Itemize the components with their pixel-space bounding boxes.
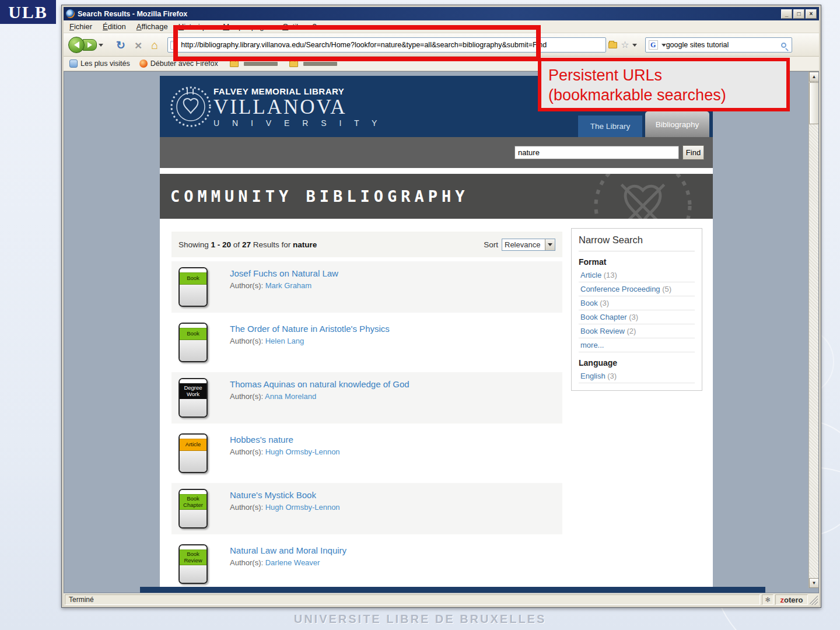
facet-link[interactable]: Conference Proceeding bbox=[580, 285, 660, 293]
obscured-label bbox=[303, 62, 337, 66]
home-button[interactable]: ⌂ bbox=[151, 39, 158, 51]
status-bar: Terminé ✻ zotero bbox=[64, 593, 819, 606]
author-link[interactable]: Mark Graham bbox=[265, 281, 312, 290]
menu-help[interactable]: ? bbox=[312, 22, 316, 31]
facet-book-review: Book Review (2) bbox=[579, 324, 695, 338]
author-link[interactable]: Anna Moreland bbox=[265, 392, 316, 401]
result-title-link[interactable]: Natural Law and Moral Inquiry bbox=[230, 545, 346, 555]
web-search-input[interactable] bbox=[666, 41, 779, 49]
menu-affichage[interactable]: Affichage bbox=[136, 22, 168, 31]
format-badge-book-chapter: Book Chapter bbox=[178, 489, 208, 528]
format-badge-book: Book bbox=[178, 323, 208, 362]
menu-historique[interactable]: Historique bbox=[178, 22, 213, 31]
facet-count: (2) bbox=[627, 327, 636, 335]
annotation-callout: Persistent URLs (bookmarkable searches) bbox=[538, 58, 790, 111]
folder-icon bbox=[230, 61, 239, 67]
facet-english: English (3) bbox=[579, 369, 695, 383]
facet-link[interactable]: Book bbox=[580, 299, 598, 307]
author-label: Author(s): bbox=[230, 392, 263, 401]
menu-bar: Fichier Édition Affichage Historique Mar… bbox=[64, 20, 819, 33]
forward-button[interactable] bbox=[83, 39, 97, 51]
bookmark-folder-icon[interactable] bbox=[608, 42, 617, 48]
bookmark-most-visited[interactable]: Les plus visités bbox=[69, 60, 130, 68]
zotero-snowflake-icon[interactable]: ✻ bbox=[762, 594, 774, 605]
author-label: Author(s): bbox=[230, 447, 263, 456]
annotation-line2: (bookmarkable searches) bbox=[548, 85, 779, 105]
facet-link[interactable]: Book Chapter bbox=[580, 313, 627, 321]
history-dropdown-caret[interactable] bbox=[99, 44, 103, 47]
vertical-scrollbar[interactable]: ▲ ▼ bbox=[808, 72, 818, 588]
author-label: Author(s): bbox=[230, 337, 263, 345]
forward-arrow-icon bbox=[88, 42, 92, 48]
bookmark-label: Les plus visités bbox=[80, 60, 130, 68]
zotero-button[interactable]: zotero bbox=[775, 594, 808, 605]
result-title-link[interactable]: Josef Fuchs on Natural Law bbox=[230, 268, 338, 278]
results-summary: Showing 1 - 20 of 27 Results for nature bbox=[178, 240, 484, 249]
villanova-seal-icon bbox=[168, 83, 214, 131]
university-subtitle: U N I V E R S I T Y bbox=[214, 118, 382, 128]
facet-link[interactable]: Book Review bbox=[580, 327, 625, 335]
scroll-up-button[interactable]: ▲ bbox=[809, 72, 819, 82]
result-title-link[interactable]: Hobbes's nature bbox=[230, 435, 340, 444]
format-section-heading: Format bbox=[579, 257, 695, 268]
sort-select[interactable]: Relevance bbox=[502, 239, 555, 251]
scrollbar-thumb[interactable] bbox=[809, 82, 819, 124]
minimize-button[interactable]: _ bbox=[781, 9, 792, 19]
google-engine-icon[interactable]: G bbox=[649, 40, 658, 50]
search-magnifier-icon[interactable] bbox=[781, 43, 786, 48]
scroll-down-button[interactable]: ▼ bbox=[809, 578, 819, 588]
facet-link[interactable]: Article bbox=[580, 271, 601, 279]
tab-the-library[interactable]: The Library bbox=[578, 116, 642, 137]
bookmark-label: Débuter avec Firefox bbox=[150, 60, 218, 68]
maximize-button[interactable]: □ bbox=[793, 9, 804, 19]
more-link[interactable]: more... bbox=[580, 341, 604, 349]
format-badge-book-review: Book Review bbox=[178, 544, 208, 584]
page-footer-band bbox=[140, 587, 765, 593]
author-link[interactable]: Darlene Weaver bbox=[265, 558, 320, 567]
firefox-bookmark-icon bbox=[139, 60, 148, 68]
menu-outils[interactable]: Outils bbox=[282, 22, 302, 31]
menu-marque-pages[interactable]: Marque-pages bbox=[223, 22, 272, 31]
stop-button[interactable]: × bbox=[135, 39, 142, 51]
author-link[interactable]: Hugh Ormsby-Lennon bbox=[265, 447, 340, 456]
bookmark-obscured-2[interactable] bbox=[287, 61, 337, 67]
tab-bibliography[interactable]: Bibliography bbox=[645, 111, 709, 137]
author-link[interactable]: Hugh Ormsby-Lennon bbox=[265, 503, 340, 512]
library-name: FALVEY MEMORIAL LIBRARY bbox=[214, 86, 382, 96]
slide-footer-text: UNIVERSITE LIBRE DE BRUXELLES bbox=[0, 612, 840, 626]
dropdown-arrow-icon bbox=[548, 243, 552, 246]
reload-button[interactable]: ↻ bbox=[116, 40, 125, 51]
author-link[interactable]: Helen Lang bbox=[265, 337, 304, 345]
author-label: Author(s): bbox=[230, 558, 263, 567]
web-search-box[interactable]: G bbox=[645, 37, 792, 52]
menu-edition[interactable]: Édition bbox=[103, 22, 126, 31]
result-row: Book Chapter Nature's Mystick Book Autho… bbox=[172, 483, 562, 534]
back-button[interactable] bbox=[68, 37, 85, 53]
menu-fichier[interactable]: Fichier bbox=[69, 22, 92, 31]
result-title-link[interactable]: The Order of Nature in Aristotle's Physi… bbox=[230, 324, 390, 334]
url-input[interactable] bbox=[181, 41, 603, 49]
result-title-link[interactable]: Thomas Aquinas on natural knowledge of G… bbox=[230, 379, 410, 389]
facet-link[interactable]: English bbox=[580, 372, 606, 380]
facet-book: Book (3) bbox=[579, 296, 695, 310]
sort-dropdown-button[interactable] bbox=[545, 239, 555, 250]
result-title-link[interactable]: Nature's Mystick Book bbox=[230, 490, 340, 500]
facet-article: Article (13) bbox=[579, 268, 695, 282]
engine-dropdown-caret[interactable] bbox=[662, 44, 666, 47]
author-label: Author(s): bbox=[230, 503, 263, 512]
most-visited-icon bbox=[69, 60, 78, 68]
find-button[interactable]: Find bbox=[682, 145, 704, 160]
bookmark-obscured-1[interactable] bbox=[228, 61, 278, 67]
title-bar[interactable]: Search Results - Mozilla Firefox _ □ × bbox=[64, 7, 819, 20]
resize-grip[interactable] bbox=[810, 594, 818, 605]
result-row: Degree Work Thomas Aquinas on natural kn… bbox=[172, 372, 562, 424]
navigation-toolbar: ↻ × ⌂ ☆ G bbox=[64, 33, 819, 57]
bookmark-star-icon[interactable]: ☆ bbox=[621, 40, 629, 50]
url-bar[interactable] bbox=[167, 37, 606, 52]
close-button[interactable]: × bbox=[806, 9, 817, 19]
bookmark-getting-started[interactable]: Débuter avec Firefox bbox=[139, 60, 218, 68]
bookmarks-dropdown-caret[interactable] bbox=[632, 44, 637, 47]
site-search-input[interactable] bbox=[514, 146, 679, 159]
obscured-label bbox=[244, 62, 278, 66]
facet-count: (5) bbox=[662, 285, 671, 293]
